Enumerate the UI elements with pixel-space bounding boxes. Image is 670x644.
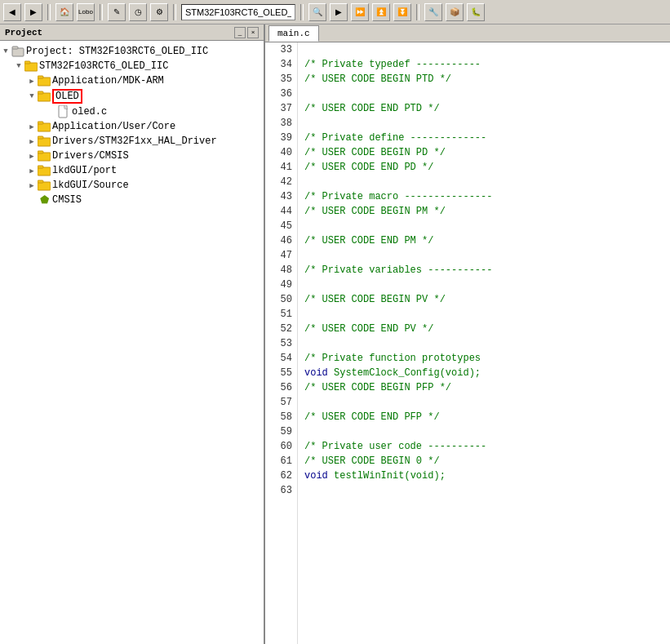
toolbar-sep-1: [47, 4, 51, 20]
folder-icon: [38, 74, 51, 87]
folder-icon: [24, 60, 38, 73]
line-number: 58: [272, 410, 292, 424]
line-number: 38: [272, 116, 292, 131]
tree-item-oled-c[interactable]: oled.c: [0, 104, 264, 119]
tree-item-project-root[interactable]: ▼ Project: STM32F103RCT6_OLED_IIC: [0, 44, 264, 59]
tree-label: OLED: [55, 91, 79, 102]
code-content[interactable]: /* Private typedef -----------/* USER CO…: [298, 42, 670, 644]
line-number: 35: [272, 72, 292, 87]
toolbar-btn-3[interactable]: 🏠: [55, 3, 73, 21]
code-line: [304, 395, 663, 410]
line-number: 47: [272, 248, 292, 263]
svg-rect-17: [38, 166, 43, 168]
line-number: 43: [272, 189, 292, 204]
line-number: 46: [272, 233, 292, 248]
tree-item-lkdgui-source[interactable]: ▶ lkdGUI/Source: [0, 178, 264, 193]
code-line: /* Private function prototypes: [304, 351, 663, 366]
tab-main-c[interactable]: main.c: [268, 25, 319, 42]
toolbar-btn-1[interactable]: ◀: [3, 3, 21, 21]
code-line: [304, 175, 663, 189]
folder-icon: [38, 179, 51, 192]
code-line: /* Private variables -----------: [304, 263, 663, 278]
panel-title: Project: [5, 28, 42, 38]
tree-item-app-user-core[interactable]: ▶ Application/User/Core: [0, 119, 264, 134]
toolbar-sep-5: [416, 4, 419, 20]
tree-label: STM32F103RCT6_OLED_IIC: [39, 60, 168, 72]
code-area[interactable]: 3334353637383940414243444546474849505152…: [265, 42, 670, 644]
code-editor-panel: main.c 333435363738394041424344454647484…: [265, 24, 670, 644]
tree-toggle[interactable]: ▶: [26, 180, 38, 191]
folder-icon: [38, 90, 51, 103]
tree-toggle[interactable]: ▶: [26, 150, 38, 162]
code-line: /* USER CODE END PV */: [304, 322, 663, 336]
toolbar-btn-6[interactable]: ◷: [129, 3, 147, 21]
folder-icon: [38, 135, 51, 148]
svg-rect-1: [12, 47, 18, 49]
toolbar-btn-5[interactable]: ✎: [108, 3, 126, 21]
svg-rect-7: [38, 91, 43, 94]
svg-rect-13: [38, 136, 43, 139]
toolbar-btn-8[interactable]: 🔍: [308, 3, 326, 21]
code-line: /* USER CODE BEGIN 0 */: [304, 454, 663, 469]
tree-toggle[interactable]: ▼: [26, 91, 38, 102]
panel-header-buttons: _ ×: [234, 27, 259, 38]
tree-item-drivers-hal[interactable]: ▶ Drivers/STM32F1xx_HAL_Driver: [0, 134, 264, 149]
tree-toggle: [46, 106, 57, 118]
project-title-input[interactable]: [181, 4, 295, 20]
tree-item-oled[interactable]: ▼ OLED: [0, 88, 264, 104]
toolbar-btn-7[interactable]: ⚙: [150, 3, 168, 21]
toolbar-btn-11[interactable]: ⏫: [372, 3, 390, 21]
tree-toggle[interactable]: ▶: [26, 121, 38, 132]
line-number: 42: [272, 175, 292, 189]
code-line: [304, 307, 663, 322]
toolbar-btn-4[interactable]: Lobo: [77, 3, 95, 21]
toolbar-btn-2[interactable]: ▶: [24, 3, 42, 21]
line-number: 60: [272, 439, 292, 454]
code-line: /* USER CODE END PFP */: [304, 410, 663, 424]
tree-toggle[interactable]: ▶: [26, 135, 38, 147]
tree-item-drivers-cmsis[interactable]: ▶ Drivers/CMSIS: [0, 149, 264, 163]
line-number: 45: [272, 219, 292, 233]
toolbar-btn-15[interactable]: 🐛: [467, 3, 485, 21]
tree-toggle[interactable]: ▶: [26, 75, 38, 87]
line-number: 56: [272, 380, 292, 395]
tree-toggle[interactable]: ▼: [0, 46, 11, 57]
code-line: /* USER CODE END PM */: [304, 233, 663, 248]
line-number: 34: [272, 57, 292, 72]
code-line: [304, 116, 663, 131]
line-number: 50: [272, 292, 292, 307]
line-number: 55: [272, 366, 292, 380]
tree-item-cmsis[interactable]: ⬟ CMSIS: [0, 193, 264, 207]
toolbar-btn-9[interactable]: ▶: [330, 3, 348, 21]
line-number: 53: [272, 336, 292, 351]
svg-rect-5: [38, 76, 43, 78]
toolbar-btn-13[interactable]: 🔧: [424, 3, 442, 21]
project-icon: [11, 45, 24, 58]
line-number: 59: [272, 424, 292, 439]
toolbar-btn-10[interactable]: ⏩: [351, 3, 369, 21]
panel-close-btn[interactable]: ×: [247, 27, 259, 38]
tab-label: main.c: [277, 29, 310, 38]
code-line: /* Private typedef -----------: [304, 57, 663, 72]
tree-item-lkdgui-port[interactable]: ▶ lkdGUI/port: [0, 163, 264, 178]
line-number: 54: [272, 351, 292, 366]
svg-rect-11: [38, 122, 43, 124]
svg-rect-19: [38, 180, 43, 183]
tree-toggle[interactable]: ▼: [13, 60, 24, 72]
toolbar-btn-12[interactable]: ⏬: [393, 3, 411, 21]
code-line: /* USER CODE BEGIN PM */: [304, 204, 663, 219]
svg-rect-15: [38, 151, 43, 153]
code-line: void SystemClock_Config(void);: [304, 366, 663, 380]
code-line: void testlWinInit(void);: [304, 469, 663, 483]
code-line: [304, 424, 663, 439]
code-line: [304, 87, 663, 101]
tree-item-app-mdk[interactable]: ▶ Application/MDK-ARM: [0, 73, 264, 88]
tree-toggle[interactable]: ▶: [26, 165, 38, 176]
toolbar-sep-2: [100, 4, 103, 20]
toolbar-btn-14[interactable]: 📦: [446, 3, 464, 21]
line-number: 36: [272, 87, 292, 101]
folder-icon: [38, 164, 51, 177]
tree-item-stm32-root[interactable]: ▼ STM32F103RCT6_OLED_IIC: [0, 59, 264, 73]
panel-minimize-btn[interactable]: _: [234, 27, 246, 38]
tree-label: CMSIS: [52, 194, 82, 206]
